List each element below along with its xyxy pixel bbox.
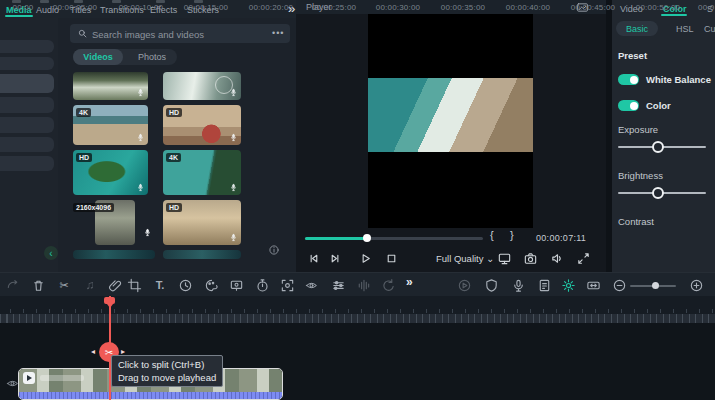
video-thumbnail-partial[interactable]	[163, 250, 241, 259]
resolution-badge: HD	[76, 153, 92, 162]
crop-icon[interactable]	[126, 277, 142, 293]
rotate-icon[interactable]	[380, 277, 396, 293]
detach-audio-icon[interactable]: ♫	[82, 277, 98, 293]
contrast-label: Contrast	[618, 216, 654, 227]
exposure-slider-handle[interactable]	[652, 141, 664, 153]
link-clip-icon[interactable]	[107, 277, 123, 293]
info-icon[interactable]	[268, 244, 280, 256]
script-notes-icon[interactable]	[536, 277, 552, 293]
color-palette-icon[interactable]	[203, 277, 219, 293]
video-thumbnail-waterfall[interactable]	[73, 72, 148, 100]
seek-handle[interactable]	[363, 234, 371, 242]
sidebar-item[interactable]	[0, 40, 54, 53]
timeline-zoom-out-icon[interactable]	[611, 277, 627, 293]
subtab-basic[interactable]: Basic	[616, 21, 658, 36]
mark-in-button[interactable]: {	[490, 229, 494, 241]
voiceover-mic-icon	[229, 133, 238, 142]
sidebar-item[interactable]	[0, 156, 54, 171]
subtab-hsl[interactable]: HSL	[676, 24, 694, 34]
display-device-icon[interactable]	[497, 251, 512, 266]
playhead-tooltip: Click to split (Ctrl+B) Drag to move pla…	[111, 355, 223, 387]
audio-wave-icon[interactable]	[355, 277, 371, 293]
resolution-badge: HD	[166, 203, 182, 212]
color-toggle-label: Color	[646, 100, 671, 111]
ruler-timestamp: 00:00:30:00	[370, 3, 426, 12]
video-thumbnail-field[interactable]: HD	[163, 200, 241, 245]
video-thumbnail-wave[interactable]	[163, 72, 241, 100]
voiceover-mic-icon	[136, 133, 145, 142]
resolution-badge: 4K	[166, 153, 181, 162]
split-scissors-icon[interactable]: ✂	[56, 277, 72, 293]
playhead-left-arrow-icon: ◂	[91, 347, 95, 356]
fullscreen-expand-icon[interactable]	[576, 251, 591, 266]
sidebar-item[interactable]	[0, 137, 54, 152]
voiceover-mic-icon	[136, 88, 145, 97]
color-tab-underline	[661, 14, 687, 16]
play-button[interactable]	[358, 251, 373, 266]
voiceover-mic-icon	[143, 228, 152, 237]
voiceover-record-icon[interactable]	[510, 277, 526, 293]
ruler-timestamp: 00:00:05:00	[47, 3, 103, 12]
video-thumbnail-beach[interactable]: 4K	[73, 105, 148, 145]
ruler-timestamp: 00:00:35:00	[435, 3, 491, 12]
ruler-timestamp-partial: 00:0	[698, 3, 715, 12]
timeline-zoom-in-icon[interactable]	[688, 277, 704, 293]
media-tab-underline	[5, 15, 33, 17]
video-thumbnail-tropical[interactable]: HD	[73, 150, 148, 195]
voiceover-mic-icon	[136, 183, 145, 192]
sidebar-item-selected[interactable]	[0, 74, 54, 93]
sidebar-item[interactable]	[0, 97, 54, 113]
speed-icon[interactable]	[177, 277, 193, 293]
brightness-slider-handle[interactable]	[652, 187, 664, 199]
ruler-timestamp: 00:00:15:00	[178, 3, 234, 12]
stop-button[interactable]	[384, 251, 399, 266]
quality-dropdown[interactable]: Full Quality ⌄	[436, 253, 494, 264]
play-circle-icon[interactable]	[456, 277, 472, 293]
sidebar-item[interactable]	[0, 117, 54, 133]
app-window: Media Audio Titles Transitions Effects S…	[0, 0, 715, 400]
text-tool-icon[interactable]: T.	[152, 277, 168, 293]
search-placeholder: Search images and videos	[92, 29, 204, 40]
ruler-timestamp: 00:00:10:00	[113, 3, 169, 12]
mark-out-button[interactable]: }	[510, 229, 514, 241]
fit-timeline-icon[interactable]	[585, 277, 601, 293]
delete-icon[interactable]	[30, 277, 46, 293]
more-tools-chevrons-icon[interactable]: »	[406, 275, 413, 289]
previous-frame-button[interactable]	[306, 251, 321, 266]
tab-videos[interactable]: Videos	[73, 49, 123, 65]
snapshot-camera-icon[interactable]	[523, 251, 538, 266]
tab-photos[interactable]: Photos	[127, 49, 177, 65]
playhead-handle[interactable]	[104, 297, 115, 304]
adjustment-sliders-icon[interactable]	[330, 277, 346, 293]
search-more-icon[interactable]: •••	[272, 28, 284, 38]
motion-tracking-icon[interactable]	[279, 277, 295, 293]
preview-eye-icon[interactable]	[303, 277, 319, 293]
color-toggle[interactable]	[618, 100, 639, 111]
video-thumbnail-van[interactable]: HD	[163, 105, 241, 145]
redo-icon[interactable]	[4, 277, 20, 293]
ruler-timestamp: 00:00:20:00	[243, 3, 299, 12]
chevron-down-icon: ⌄	[486, 253, 494, 264]
sidebar-item[interactable]	[0, 57, 54, 70]
ai-enhance-icon[interactable]	[560, 277, 576, 293]
seek-progress	[305, 237, 367, 240]
resolution-badge: 2160x4096	[73, 203, 114, 212]
video-thumbnail-coast[interactable]: 4K	[163, 150, 241, 195]
seek-bar[interactable]	[305, 237, 483, 240]
shield-icon[interactable]	[483, 277, 499, 293]
ruler-timestamp: 00:00	[0, 3, 51, 12]
stopwatch-icon[interactable]	[254, 277, 270, 293]
chroma-key-icon[interactable]	[228, 277, 244, 293]
subtab-curves-partial[interactable]: Cur	[704, 24, 715, 34]
speaker-icon[interactable]	[550, 251, 565, 266]
ruler-timestamp: 00:00:50:00	[630, 3, 686, 12]
video-thumbnail-partial[interactable]	[73, 250, 155, 259]
white-balance-toggle[interactable]	[618, 74, 639, 85]
voiceover-mic-icon	[229, 183, 238, 192]
timeline-zoom-handle[interactable]	[652, 282, 659, 289]
next-frame-button[interactable]	[328, 251, 343, 266]
resolution-badge: HD	[166, 108, 182, 117]
collapse-panel-button[interactable]: ‹	[44, 246, 58, 260]
preset-section-label: Preset	[618, 50, 647, 61]
tooltip-line-1: Click to split (Ctrl+B)	[118, 358, 216, 371]
